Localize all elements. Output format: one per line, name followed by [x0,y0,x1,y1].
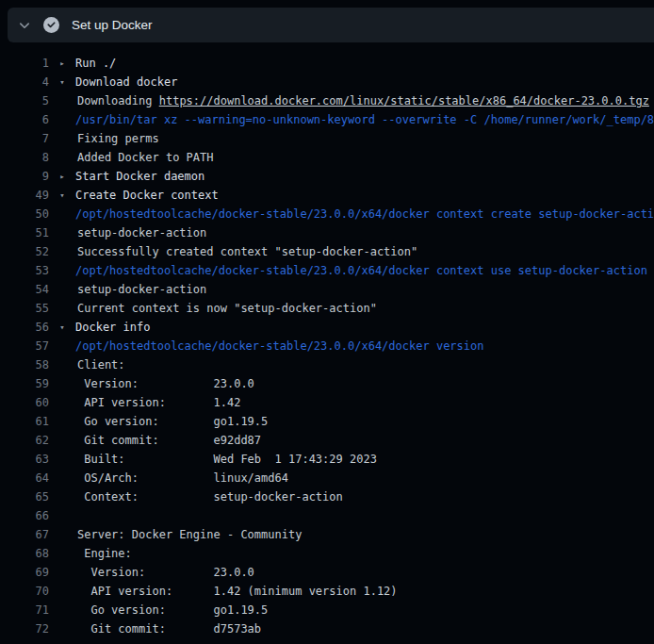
log-text: Go version: go1.19.5 [75,412,268,431]
line-number-link[interactable]: 1 [0,54,49,73]
arrow-spacer [49,412,75,431]
log-line: 54setup-docker-action [0,280,654,299]
log-line: 9▸Start Docker daemon [0,167,654,186]
line-number-link[interactable]: 5 [0,91,49,110]
log-line: 1▸Run ./ [0,54,654,73]
log-text: Downloading https://download.docker.com/… [75,91,649,110]
line-number-link[interactable]: 69 [0,563,49,582]
line-number-link[interactable]: 68 [0,544,49,563]
check-circle-icon [43,17,59,33]
log-text: Client: [75,355,125,374]
line-number-link[interactable]: 60 [0,393,49,412]
arrow-spacer [49,525,75,544]
line-number-link[interactable]: 70 [0,582,49,601]
command-text: /opt/hostedtoolcache/docker-stable/23.0.… [75,261,647,280]
line-number-link[interactable]: 53 [0,261,49,280]
triangle-down-icon[interactable]: ▾ [49,73,75,91]
group-label[interactable]: Docker info [75,318,150,337]
chevron-down-icon[interactable] [17,18,32,33]
log-line: 8Added Docker to PATH [0,148,654,167]
line-number-link[interactable]: 57 [0,337,49,355]
log-line: 4▾Download docker [0,73,654,91]
line-number-link[interactable]: 54 [0,280,49,299]
line-number-link[interactable]: 55 [0,299,49,318]
arrow-spacer [49,261,75,280]
line-number-link[interactable]: 62 [0,431,49,450]
line-number-link[interactable]: 59 [0,374,49,393]
arrow-spacer [49,601,75,619]
arrow-spacer [49,563,75,582]
triangle-right-icon[interactable]: ▸ [49,54,75,73]
log-line: 56▾Docker info [0,318,654,337]
log-container: 1▸Run ./4▾Download docker5Downloading ht… [0,54,654,638]
line-number-link[interactable]: 67 [0,525,49,544]
line-number-link[interactable]: 56 [0,318,49,337]
log-line: 51setup-docker-action [0,223,654,242]
line-number-link[interactable]: 52 [0,242,49,261]
arrow-spacer [49,469,75,487]
line-number-link[interactable]: 6 [0,110,49,129]
command-text: /opt/hostedtoolcache/docker-stable/23.0.… [75,337,483,355]
arrow-spacer [49,544,75,563]
log-line: 6/usr/bin/tar xz --warning=no-unknown-ke… [0,110,654,129]
group-label[interactable]: Create Docker context [75,186,219,205]
log-text: Added Docker to PATH [75,148,214,167]
log-line: 72 Git commit: d7573ab [0,619,654,638]
log-line: 5Downloading https://download.docker.com… [0,91,654,110]
arrow-spacer [49,355,75,374]
line-number-link[interactable]: 49 [0,186,49,205]
arrow-spacer [49,129,75,148]
line-number-link[interactable]: 4 [0,73,49,91]
log-line: 49▾Create Docker context [0,186,654,205]
group-label[interactable]: Start Docker daemon [75,167,204,186]
line-number-link[interactable]: 50 [0,205,49,223]
log-line: 64 OS/Arch: linux/amd64 [0,469,654,487]
line-number-link[interactable]: 72 [0,619,49,638]
link-prefix: Downloading [77,94,159,107]
log-line: 52Successfully created context "setup-do… [0,242,654,261]
log-text: Git commit: e92dd87 [75,431,261,450]
line-number-link[interactable]: 65 [0,487,49,506]
log-line: 58Client: [0,355,654,374]
log-text: OS/Arch: linux/amd64 [75,469,288,487]
log-text: API version: 1.42 (minimum version 1.12) [75,582,398,601]
log-line: 68 Engine: [0,544,654,563]
group-label[interactable]: Download docker [75,73,177,91]
log-line: 7Fixing perms [0,129,654,148]
log-text: setup-docker-action [75,223,206,242]
log-link[interactable]: https://download.docker.com/linux/static… [159,94,649,107]
log-line: 59 Version: 23.0.0 [0,374,654,393]
log-text: Built: Wed Feb 1 17:43:29 2023 [75,450,377,469]
line-number-link[interactable]: 8 [0,148,49,167]
log-line: 65 Context: setup-docker-action [0,487,654,506]
arrow-spacer [49,450,75,469]
log-line: 69 Version: 23.0.0 [0,563,654,582]
log-line: 57/opt/hostedtoolcache/docker-stable/23.… [0,337,654,355]
line-number-link[interactable]: 9 [0,167,49,186]
log-line: 67Server: Docker Engine - Community [0,525,654,544]
arrow-spacer [49,487,75,506]
log-text: Version: 23.0.0 [75,563,254,582]
triangle-down-icon[interactable]: ▾ [49,186,75,205]
group-label[interactable]: Run ./ [75,54,116,73]
line-number-link[interactable]: 71 [0,601,49,619]
arrow-spacer [49,205,75,223]
log-line: 70 API version: 1.42 (minimum version 1.… [0,582,654,601]
line-number-link[interactable]: 7 [0,129,49,148]
line-number-link[interactable]: 51 [0,223,49,242]
line-number-link[interactable]: 63 [0,450,49,469]
triangle-down-icon[interactable]: ▾ [49,318,75,337]
arrow-spacer [49,582,75,601]
step-header[interactable]: Set up Docker [8,8,654,42]
line-number-link[interactable]: 64 [0,469,49,487]
triangle-right-icon[interactable]: ▸ [49,167,75,186]
arrow-spacer [49,223,75,242]
log-line: 60 API version: 1.42 [0,393,654,412]
log-line: 63 Built: Wed Feb 1 17:43:29 2023 [0,450,654,469]
line-number-link[interactable]: 61 [0,412,49,431]
log-text: Engine: [75,544,132,563]
line-number-link[interactable]: 58 [0,355,49,374]
log-text: Version: 23.0.0 [75,374,254,393]
log-line: 71 Go version: go1.19.5 [0,601,654,619]
line-number-link[interactable]: 66 [0,506,49,525]
